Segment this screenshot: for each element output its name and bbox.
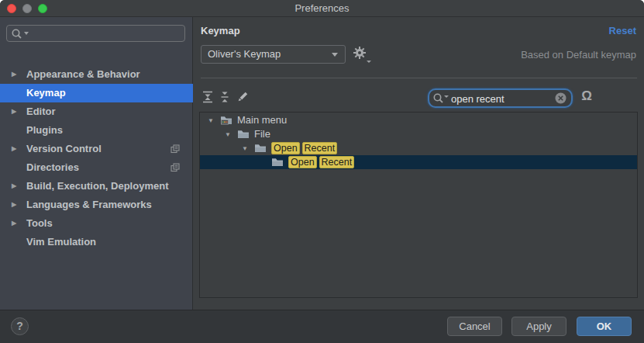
chevron-down-icon[interactable]: ▼ (208, 114, 215, 128)
page-title: Keymap (201, 25, 240, 36)
chevron-right-icon[interactable]: ▶ (12, 177, 16, 196)
collapse-all-button[interactable] (218, 90, 232, 104)
search-history-arrow-icon[interactable] (24, 32, 29, 35)
sidebar-item-tools[interactable]: ▶ Tools (0, 214, 193, 233)
help-button[interactable]: ? (11, 317, 29, 335)
based-on-label: Based on Default keymap (521, 49, 636, 61)
chevron-down-icon (332, 53, 338, 57)
apply-button[interactable]: Apply (511, 317, 567, 336)
chevron-down-icon[interactable]: ▼ (225, 128, 232, 142)
sidebar-item-keymap[interactable]: Keymap (0, 84, 193, 102)
folder-icon (254, 142, 267, 153)
edit-button[interactable] (236, 90, 250, 104)
folder-icon (237, 128, 250, 139)
gear-icon (353, 46, 367, 60)
chevron-down-icon (367, 61, 371, 63)
sidebar-item-editor[interactable]: ▶ Editor (0, 102, 193, 121)
sidebar-item-appearance[interactable]: ▶ Appearance & Behavior (0, 65, 193, 84)
sidebar-item-build-execution[interactable]: ▶ Build, Execution, Deployment (0, 177, 193, 196)
search-icon (432, 92, 444, 104)
cancel-button[interactable]: Cancel (447, 317, 502, 336)
search-match-highlight: Open (271, 142, 300, 154)
chevron-down-icon[interactable]: ▼ (242, 142, 250, 156)
chevron-right-icon[interactable]: ▶ (12, 196, 16, 214)
search-match-highlight: Recent (319, 156, 355, 168)
search-match-highlight: Recent (302, 142, 338, 154)
action-search-input[interactable]: open recent (428, 88, 573, 108)
dialog-footer: ? Cancel Apply OK (0, 310, 644, 343)
project-scope-icon (170, 144, 180, 154)
keymap-select[interactable]: Oliver's Keymap (201, 45, 346, 64)
preferences-window: Preferences ▶ Appearance & Behavior Keym… (0, 0, 644, 343)
divider (201, 78, 637, 78)
tree-row-open-recent[interactable]: ▼OpenRecent (201, 141, 636, 155)
window-title: Preferences (0, 0, 644, 17)
search-match-highlight: Open (288, 156, 317, 168)
search-options-arrow-icon[interactable] (444, 95, 449, 98)
find-actions-by-shortcut-button[interactable]: Ω (578, 87, 595, 106)
sidebar-item-languages[interactable]: ▶ Languages & Frameworks (0, 196, 193, 214)
tree-row-file[interactable]: ▼File (201, 127, 636, 141)
reset-link[interactable]: Reset (609, 25, 636, 36)
chevron-right-icon[interactable]: ▶ (12, 140, 16, 158)
chevron-right-icon[interactable]: ▶ (12, 65, 16, 84)
keymap-select-value: Oliver's Keymap (208, 48, 281, 60)
keymap-actions-tree[interactable]: ▼Main menu ▼File ▼OpenRecent OpenRecent (199, 112, 638, 298)
clear-search-icon[interactable] (555, 92, 567, 104)
sidebar-item-directories[interactable]: Directories (0, 158, 193, 177)
sidebar-item-vim-emulation[interactable]: Vim Emulation (0, 233, 193, 251)
settings-search-input[interactable] (6, 25, 185, 42)
expand-all-button[interactable] (201, 90, 215, 104)
sidebar-item-version-control[interactable]: ▶ Version Control (0, 140, 193, 158)
tree-row-main-menu[interactable]: ▼Main menu (201, 113, 636, 127)
ok-button[interactable]: OK (577, 317, 632, 336)
search-icon (11, 28, 22, 40)
keymap-settings-panel: Keymap Reset Oliver's Keymap (194, 17, 644, 310)
chevron-right-icon[interactable]: ▶ (12, 214, 16, 233)
keymap-options-button[interactable] (353, 46, 371, 63)
sidebar-item-plugins[interactable]: Plugins (0, 121, 193, 140)
tree-row-open-recent-selected[interactable]: OpenRecent (200, 155, 637, 169)
project-scope-icon (170, 163, 180, 172)
folder-icon (271, 156, 284, 167)
main-menu-icon (220, 114, 232, 125)
titlebar: Preferences (0, 0, 644, 17)
search-text: open recent (451, 92, 505, 106)
chevron-right-icon[interactable]: ▶ (12, 102, 16, 121)
settings-sidebar: ▶ Appearance & Behavior Keymap ▶ Editor … (0, 17, 193, 310)
